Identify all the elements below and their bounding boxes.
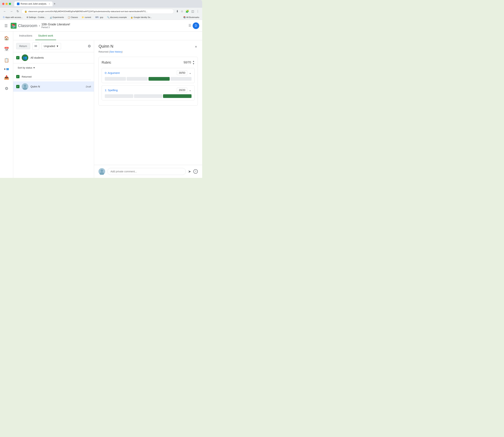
sidebar-item-home[interactable]: 🏠	[1, 33, 12, 43]
hamburger-menu[interactable]: ☰	[3, 22, 9, 30]
rubric-item-spelling-header: 1: Spelling 20/20 ⌄	[105, 88, 192, 92]
rating-segment[interactable]	[134, 94, 162, 98]
chevron-down-icon: ▼	[56, 45, 59, 48]
student-list-header: 👥 All students	[13, 52, 94, 63]
rating-segment[interactable]	[105, 94, 133, 98]
comment-input[interactable]	[107, 168, 186, 175]
rating-segment[interactable]	[127, 77, 148, 81]
reload-button[interactable]: ↻	[15, 9, 20, 14]
close-button[interactable]: ×	[194, 44, 198, 50]
user-avatar[interactable]: D	[193, 22, 199, 29]
svg-point-4	[101, 169, 103, 172]
sidebar-item-archive[interactable]: 📥	[1, 72, 12, 83]
browser-toolbar: ← → ↻ 🔒 classroom.google.com/u/0/c/NjEyM…	[0, 8, 202, 15]
tab-instructions[interactable]: Instructions	[16, 32, 35, 40]
rating-segment-selected[interactable]	[149, 77, 170, 81]
svg-point-1	[24, 85, 26, 87]
sidebar: 🏠 📅 📋 ▶ 👥 📥 ⚙	[0, 32, 13, 178]
bookmark-classes[interactable]: 📋 Classes	[67, 16, 79, 19]
bookmark-icon[interactable]: ☆	[180, 9, 184, 14]
app-title: Classroom	[18, 23, 37, 28]
rubric-title: Rubric	[102, 61, 111, 65]
bookmarks-bar: G Apps with access... ⚙ Settings - Cooki…	[0, 15, 202, 20]
classroom-logo-icon: 📚	[11, 23, 17, 29]
address-bar[interactable]: 🔒 classroom.google.com/u/0/c/NjEyMDI4ODI…	[21, 9, 174, 14]
sidebar-item-settings[interactable]: ⚙	[1, 83, 12, 94]
comment-user-avatar	[99, 168, 105, 175]
content-area: Return ✉ Ungraded ▼ ⚙	[13, 40, 202, 178]
tab-close-button[interactable]: ×	[49, 3, 50, 5]
see-history-link[interactable]: See history	[110, 50, 122, 53]
all-students-label: All students	[30, 56, 44, 59]
returned-checkbox[interactable]	[16, 75, 20, 78]
tab-student-work[interactable]: Student work	[35, 32, 56, 40]
spelling-chevron-icon[interactable]: ⌄	[189, 88, 192, 92]
score-arrows[interactable]: ▲ ▼	[192, 60, 195, 65]
forward-button[interactable]: →	[9, 9, 14, 14]
all-students-checkbox[interactable]	[16, 56, 20, 59]
expand-arrow: ▶	[4, 68, 6, 70]
new-tab-button[interactable]: +	[54, 2, 56, 6]
sidebar-item-calendar[interactable]: 📅	[1, 44, 12, 54]
rating-segment[interactable]	[170, 77, 192, 81]
toolbar-icons: ⬇ ☆ 🧩 ◫ ⋮	[175, 9, 200, 14]
student-checkbox[interactable]	[16, 85, 20, 88]
rating-segment-selected[interactable]	[163, 94, 192, 98]
student-row[interactable]: Quinn N Draft	[13, 81, 94, 92]
rating-segment[interactable]	[105, 77, 126, 81]
sort-bar: Sort by status ▼	[13, 63, 94, 72]
send-button[interactable]: ➤	[188, 169, 191, 174]
download-icon[interactable]: ⬇	[175, 9, 179, 14]
people-icon: 👥	[6, 68, 9, 70]
browser-titlebar: Romeo and Juliet analysis. × +	[0, 0, 202, 8]
rubric-score-text: 50/70	[184, 61, 191, 64]
right-panel: Quinn N × Returned (See history) Rubric	[94, 40, 202, 165]
tab-title: Romeo and Juliet analysis.	[20, 3, 47, 5]
app-body: 🏠 📅 📋 ▶ 👥 📥 ⚙ Instructions S	[0, 32, 202, 178]
bookmark-discovery[interactable]: 🔍 discovery example	[106, 16, 128, 19]
help-button[interactable]: ?	[193, 169, 198, 174]
bookmark-current[interactable]: 📁 current	[81, 16, 92, 19]
bookmark-settings[interactable]: ⚙ Settings - Cookie...	[26, 16, 47, 19]
app-container: ☰ 📚 Classroom › 10th Grade Literature! P…	[0, 20, 202, 178]
comment-area: ➤ ?	[94, 165, 202, 178]
left-panel-toolbar: Return ✉ Ungraded ▼ ⚙	[13, 40, 94, 52]
sort-label: Sort by status	[18, 66, 32, 69]
mail-button[interactable]: ✉	[32, 42, 39, 50]
student-detail-status: Returned (See history)	[99, 50, 198, 53]
profile-icon[interactable]: ◫	[191, 9, 195, 14]
header-right: ⠿ D	[188, 22, 199, 29]
bookmark-apps[interactable]: G Apps with access...	[2, 16, 23, 19]
bookmark-gcp[interactable]: RPI gcp	[94, 16, 104, 19]
sidebar-expand-people[interactable]: ▶ 👥	[3, 66, 10, 72]
grade-dropdown[interactable]: Ungraded ▼	[41, 43, 61, 49]
all-students-icon: 👥	[22, 54, 28, 61]
settings-icon[interactable]: ⚙	[88, 44, 91, 48]
bookmark-all[interactable]: 📚 All Bookmarks	[182, 16, 200, 19]
right-panel-wrapper: Quinn N × Returned (See history) Rubric	[94, 40, 202, 178]
extension-icon[interactable]: 🧩	[185, 9, 190, 14]
grade-label: Ungraded	[44, 45, 55, 48]
argument-chevron-icon[interactable]: ⌄	[189, 71, 192, 75]
student-detail-name: Quinn N	[99, 44, 113, 49]
more-icon[interactable]: ⋮	[196, 9, 200, 14]
sort-arrow-icon: ▼	[33, 67, 35, 69]
sort-dropdown[interactable]: Sort by status ▼	[16, 65, 37, 70]
tab-favicon	[17, 3, 20, 5]
rubric-item-spelling: 1: Spelling 20/20 ⌄	[102, 85, 195, 100]
return-button[interactable]: Return	[16, 43, 30, 49]
apps-grid-icon[interactable]: ⠿	[188, 23, 191, 28]
active-tab[interactable]: Romeo and Juliet analysis. ×	[14, 1, 52, 6]
close-traffic-light[interactable]	[2, 3, 4, 5]
minimize-traffic-light[interactable]	[6, 3, 8, 5]
back-button[interactable]: ←	[2, 9, 7, 14]
maximize-traffic-light[interactable]	[9, 3, 11, 5]
bookmark-google-identity[interactable]: 🔒 Google Identity Se...	[130, 16, 153, 19]
student-name: Quinn N	[30, 85, 84, 88]
rubric-item-spelling-name: 1: Spelling	[105, 89, 118, 92]
class-info: 10th Grade Literature! Period 3	[41, 23, 70, 29]
student-avatar	[22, 83, 28, 90]
bookmark-experiments[interactable]: 🔬 Experiments	[49, 16, 65, 19]
sidebar-item-assignments[interactable]: 📋	[1, 55, 12, 65]
rubric-item-argument-header: 0: Argument 30/50 ⌄	[105, 70, 192, 75]
